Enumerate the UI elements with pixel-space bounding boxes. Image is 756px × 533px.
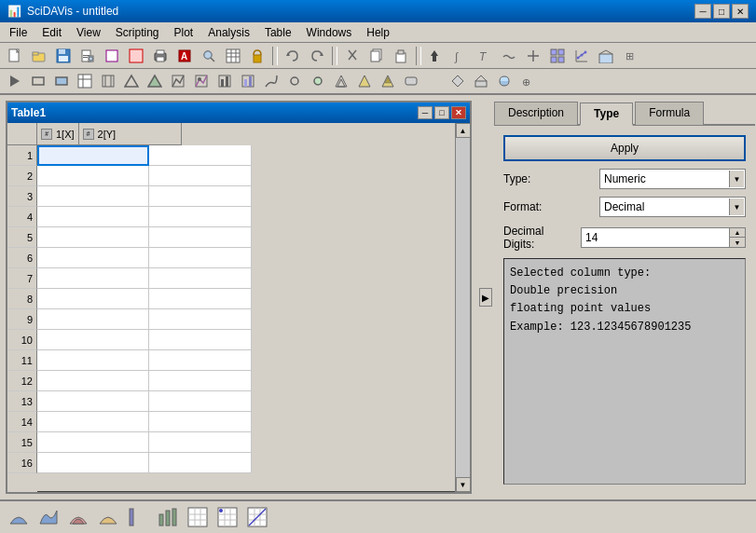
minimize-button[interactable]: ─ — [694, 4, 711, 19]
type-select[interactable]: Numeric Text Date & Time Month Day of We… — [599, 169, 746, 189]
tb-undo[interactable] — [282, 46, 304, 66]
menu-plot[interactable]: Plot — [167, 24, 201, 41]
cell-11-2[interactable] — [149, 350, 252, 371]
apply-button[interactable]: Apply — [503, 135, 746, 161]
col-header-2[interactable]: # 2[Y] — [79, 123, 182, 145]
menu-help[interactable]: Help — [359, 24, 397, 41]
bottom-btn-7[interactable] — [185, 504, 211, 530]
spin-down-btn[interactable]: ▼ — [730, 238, 745, 247]
cell-1-2[interactable] — [149, 145, 252, 166]
tb-new[interactable] — [4, 46, 26, 66]
menu-table[interactable]: Table — [257, 24, 299, 41]
tb2-rect[interactable] — [27, 71, 49, 91]
tb2-icon6[interactable] — [120, 71, 143, 91]
tb2-icon20[interactable] — [447, 71, 469, 91]
cell-14-1[interactable] — [37, 412, 149, 432]
cell-6-1[interactable] — [37, 248, 149, 268]
expand-arrow[interactable]: ▶ — [479, 288, 492, 307]
cell-8-2[interactable] — [149, 289, 252, 309]
maximize-button[interactable]: □ — [713, 4, 730, 19]
tb2-icon8[interactable] — [167, 71, 189, 91]
cell-4-1[interactable] — [37, 207, 149, 227]
bottom-btn-9[interactable] — [244, 504, 270, 530]
tb2-icon12[interactable] — [260, 71, 282, 91]
tb-search[interactable] — [198, 46, 220, 66]
tb-copy[interactable] — [365, 46, 388, 66]
scroll-up-btn[interactable]: ▲ — [456, 123, 471, 138]
menu-file[interactable]: File — [2, 24, 34, 41]
cell-9-1[interactable] — [37, 309, 149, 330]
tb-lock[interactable] — [246, 46, 268, 66]
tb2-icon11[interactable] — [237, 71, 259, 91]
tb-open[interactable] — [28, 46, 50, 66]
spin-up-btn[interactable]: ▲ — [730, 228, 745, 238]
menu-edit[interactable]: Edit — [34, 24, 69, 41]
tb-icon8[interactable]: A — [173, 46, 196, 66]
tb-tilde[interactable] — [498, 46, 520, 66]
bottom-btn-6[interactable] — [155, 504, 181, 530]
cell-13-2[interactable] — [149, 391, 252, 412]
menu-view[interactable]: View — [69, 24, 108, 41]
cell-3-1[interactable] — [37, 186, 149, 207]
cell-7-2[interactable] — [149, 268, 252, 289]
tb2-icon7[interactable] — [144, 71, 166, 91]
cell-5-1[interactable] — [37, 227, 149, 248]
cell-3-2[interactable] — [149, 186, 252, 207]
close-button[interactable]: ✕ — [732, 4, 749, 19]
tab-formula[interactable]: Formula — [635, 102, 704, 125]
tb-print-preview[interactable] — [76, 46, 99, 66]
tb2-icon22[interactable] — [493, 71, 515, 91]
tb-save[interactable] — [52, 46, 75, 66]
cell-12-2[interactable] — [149, 371, 252, 391]
tb-icon5[interactable] — [101, 46, 123, 66]
tb2-icon14[interactable] — [307, 71, 329, 91]
tb-table[interactable] — [222, 46, 244, 66]
tb2-icon16[interactable] — [353, 71, 376, 91]
col-header-1[interactable]: # 1[X] — [37, 123, 79, 145]
bottom-btn-5[interactable] — [125, 504, 151, 530]
tab-description[interactable]: Description — [494, 102, 578, 125]
cell-9-2[interactable] — [149, 309, 252, 330]
tb2-icon23[interactable]: ⊕ — [516, 71, 539, 91]
tb2-table2[interactable] — [74, 71, 96, 91]
decimal-digits-input[interactable] — [581, 227, 729, 248]
tb2-icon15[interactable] — [330, 71, 352, 91]
cell-15-2[interactable] — [149, 432, 252, 453]
tab-type[interactable]: Type — [580, 102, 633, 126]
bottom-btn-1[interactable] — [6, 504, 32, 530]
table-close-btn[interactable]: ✕ — [451, 106, 466, 119]
cell-15-1[interactable] — [37, 432, 149, 453]
cell-6-2[interactable] — [149, 248, 252, 268]
cell-2-1[interactable] — [37, 166, 149, 186]
cell-7-1[interactable] — [37, 268, 149, 289]
tb2-icon21[interactable] — [470, 71, 492, 91]
table-maximize-btn[interactable]: □ — [434, 106, 449, 119]
cell-8-1[interactable] — [37, 289, 149, 309]
table-minimize-btn[interactable]: ─ — [418, 106, 433, 119]
tb-cut[interactable] — [341, 46, 364, 66]
cell-4-2[interactable] — [149, 207, 252, 227]
cell-1-1[interactable] — [37, 145, 149, 166]
cell-12-1[interactable] — [37, 371, 149, 391]
bottom-btn-4[interactable] — [95, 504, 121, 530]
tb-icon6[interactable] — [125, 46, 147, 66]
cell-16-2[interactable] — [149, 453, 252, 473]
menu-windows[interactable]: Windows — [299, 24, 360, 41]
tb2-icon19[interactable] — [423, 71, 446, 91]
tb-more2[interactable]: ⊞ — [619, 46, 641, 66]
tb-redo[interactable] — [306, 46, 328, 66]
bottom-btn-8[interactable] — [214, 504, 241, 530]
cell-14-2[interactable] — [149, 412, 252, 432]
tb2-icon5[interactable] — [97, 71, 119, 91]
tb2-icon13[interactable] — [283, 71, 306, 91]
tb2-icon17[interactable] — [377, 71, 399, 91]
scroll-down-btn[interactable]: ▼ — [456, 477, 471, 492]
tb-scatter[interactable] — [570, 46, 593, 66]
format-select[interactable]: Decimal Scientific Engineering — [599, 197, 746, 217]
cell-11-1[interactable] — [37, 350, 149, 371]
tb2-icon10[interactable] — [213, 71, 236, 91]
bottom-btn-2[interactable] — [35, 504, 62, 530]
menu-analysis[interactable]: Analysis — [200, 24, 257, 41]
cell-5-2[interactable] — [149, 227, 252, 248]
tb2-icon18[interactable] — [400, 71, 422, 91]
